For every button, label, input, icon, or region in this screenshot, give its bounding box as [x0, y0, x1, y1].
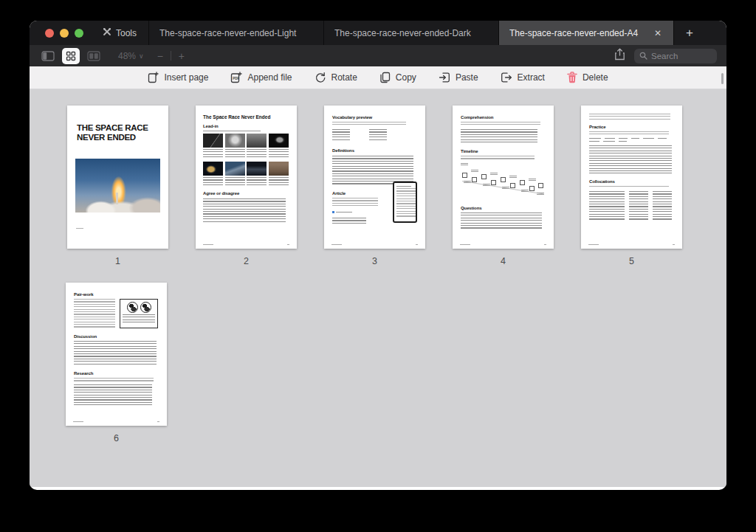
page4-section-timeline: Timeline [461, 149, 546, 153]
page3-article-text [332, 198, 378, 207]
page3-section-vocab: Vocabulary preview [332, 115, 417, 120]
insert-page-button[interactable]: Insert page [148, 72, 208, 83]
paste-button[interactable]: Paste [439, 72, 478, 83]
page-number-1: 1 [67, 256, 168, 266]
page1-caption-line [76, 228, 83, 229]
tools-icon [103, 27, 111, 38]
delete-button[interactable]: Delete [567, 72, 608, 83]
share-button[interactable] [614, 48, 625, 63]
search-field[interactable] [634, 49, 717, 63]
zoom-in-button[interactable]: + [179, 50, 185, 62]
page-cell-6: Pair-work Discussion Research [66, 283, 167, 443]
append-file-button[interactable]: PDF Append file [230, 72, 292, 83]
matching-left-column [589, 191, 625, 221]
east-hemisphere-globe [140, 302, 151, 313]
append-file-icon: PDF [230, 72, 242, 83]
photo-moon-surface [247, 134, 267, 148]
caption [269, 149, 289, 158]
vocab-column-1 [332, 129, 350, 142]
link-line [336, 212, 352, 213]
page4-footer [460, 244, 546, 245]
page-cell-3: Vocabulary preview Definitions Article [324, 106, 425, 266]
page3-tablet-preview [393, 182, 417, 223]
chevron-down-icon: ∨ [139, 52, 144, 60]
insert-page-icon [148, 72, 159, 83]
fullscreen-window-button[interactable] [75, 29, 83, 38]
sidebar-toggle-button[interactable] [39, 48, 57, 64]
thumbnails-view-button[interactable] [62, 48, 80, 64]
copy-button[interactable]: Copy [379, 72, 416, 83]
photo-mars-rover [269, 162, 289, 176]
page4-section-questions: Questions [461, 206, 546, 210]
page2-agree-list [203, 198, 286, 224]
matching-middle-column [629, 191, 648, 221]
page6-section-discussion: Discussion [74, 334, 159, 339]
page4-comp-intro [461, 122, 540, 126]
view-toolbar: 48% ∨ − + [30, 45, 726, 66]
photo-space-probe [203, 162, 223, 176]
photo-voyager [269, 134, 289, 148]
stepper-divider [171, 51, 171, 61]
page4-timeline-intro [461, 156, 535, 160]
zoom-level-value: 48% [118, 51, 136, 61]
page3-reading-info [332, 218, 366, 224]
page-thumbnail-1[interactable]: THE SPACE RACE NEVER ENDED [67, 106, 168, 249]
extract-button[interactable]: Extract [501, 72, 545, 83]
page2-section-agree: Agree or disagree [203, 191, 289, 196]
page2-section-leadin: Lead-in [203, 124, 289, 128]
photo-astronaut [225, 134, 245, 148]
page6-discussion-list [74, 341, 157, 365]
photo-hubble [225, 162, 245, 176]
close-window-button[interactable] [45, 29, 54, 38]
page6-pairwork-text [74, 299, 115, 328]
page-thumbnail-4[interactable]: Comprehension Timeline [453, 106, 554, 249]
page2-image-row-1 [203, 134, 289, 148]
tab-close-icon[interactable]: ✕ [650, 27, 666, 40]
search-input[interactable] [651, 52, 703, 61]
link-icon [332, 211, 334, 213]
search-icon [639, 52, 647, 60]
grid-icon [66, 51, 76, 61]
page-thumbnail-6[interactable]: Pair-work Discussion Research [66, 283, 167, 426]
two-page-view-button[interactable] [85, 48, 103, 64]
page3-section-definitions: Definitions [332, 148, 417, 153]
minimize-window-button[interactable] [60, 29, 69, 38]
tab-bar: The-space-race-never-ended-Light The-spa… [149, 21, 674, 45]
page3-definitions-list [332, 156, 413, 185]
page4-comp-list [461, 129, 537, 143]
tools-button[interactable]: Tools [95, 21, 149, 45]
thumbnail-row-2: Pair-work Discussion Research [66, 283, 726, 443]
zoom-level-dropdown[interactable]: 48% ∨ [118, 51, 144, 61]
share-icon [614, 48, 625, 61]
pdf-app-window: Tools The-space-race-never-ended-Light T… [30, 21, 726, 490]
page6-research-list [74, 384, 152, 405]
extract-label: Extract [518, 72, 545, 83]
page-thumbnail-3[interactable]: Vocabulary preview Definitions Article [324, 106, 425, 249]
tab-light[interactable]: The-space-race-never-ended-Light [149, 21, 324, 45]
tab-a4-active[interactable]: The-space-race-never-ended-A4 ✕ [499, 21, 674, 45]
thumbnail-canvas: THE SPACE RACE NEVER ENDED 1 The Space R… [30, 89, 726, 487]
traffic-lights [30, 21, 95, 45]
page5-footer [588, 244, 675, 245]
pioneer-plaque-image [120, 299, 158, 328]
page-number-4: 4 [453, 256, 554, 266]
page2-heading: The Space Race Never Ended [203, 114, 289, 120]
rotate-icon [315, 72, 326, 83]
rotate-button[interactable]: Rotate [315, 72, 357, 83]
page-cell-4: Comprehension Timeline [453, 106, 554, 266]
scrollbar-thumb[interactable] [721, 73, 724, 84]
page-thumbnail-5[interactable]: Practice Collocations [581, 106, 682, 249]
rotate-label: Rotate [331, 72, 357, 83]
page5-practice-blanks [589, 145, 672, 173]
page-cell-5: Practice Collocations [581, 106, 682, 266]
zoom-out-button[interactable]: − [157, 50, 163, 62]
page-action-toolbar: Insert page PDF Append file Rotate Copy [30, 66, 726, 89]
page2-instruction-line [203, 131, 261, 131]
new-tab-button[interactable]: + [674, 21, 705, 45]
page-number-6: 6 [66, 433, 167, 443]
page-cell-2: The Space Race Never Ended Lead-in [196, 106, 297, 266]
thumbnail-row-1: THE SPACE RACE NEVER ENDED 1 The Space R… [67, 106, 726, 266]
tab-dark[interactable]: The-space-race-never-ended-Dark [324, 21, 499, 45]
page5-section-practice: Practice [589, 125, 674, 129]
page-thumbnail-2[interactable]: The Space Race Never Ended Lead-in [196, 106, 297, 249]
